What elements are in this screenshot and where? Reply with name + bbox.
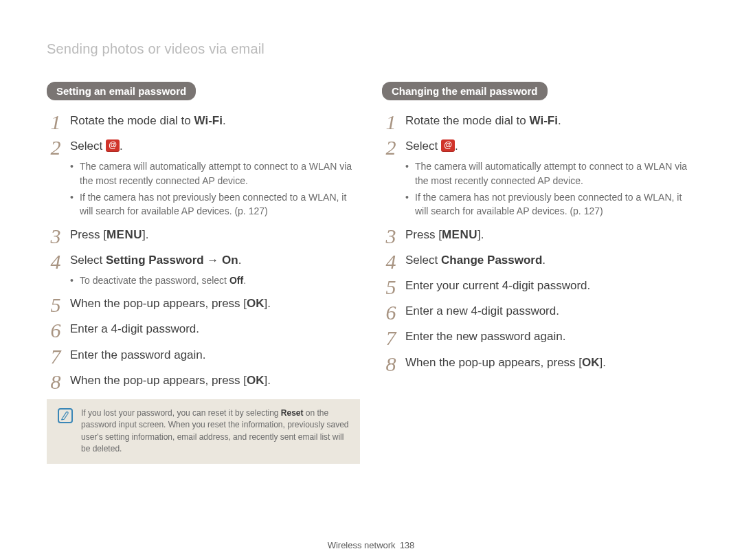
step-5: Enter your current 4-digit password. [382, 276, 695, 295]
wifi-label: Wi-Fi [530, 114, 558, 127]
step-text: . [120, 139, 123, 153]
step-1: Rotate the mode dial to Wi-Fi. [47, 111, 360, 130]
step-text: Select [70, 139, 106, 153]
sub-text: . [243, 275, 246, 286]
bold-label: Change Password [441, 254, 542, 267]
bold-label: Reset [281, 408, 304, 418]
left-column: Setting an email password Rotate the mod… [47, 82, 360, 464]
step-8: When the pop-up appears, press [OK]. [382, 353, 695, 372]
step-text: . [223, 114, 226, 127]
ok-label: OK [247, 374, 265, 387]
step-text: ]. [600, 356, 606, 369]
step-text: . [238, 254, 242, 267]
step-text: Select [405, 254, 441, 267]
sub-bullets: To deactivate the password, select Off. [70, 273, 360, 287]
step-4: Select Change Password. [382, 251, 695, 269]
step-2: Select . The camera will automatically a… [47, 137, 360, 218]
email-icon [106, 139, 120, 152]
sub-bullet: To deactivate the password, select Off. [70, 273, 360, 287]
step-text: Rotate the mode dial to [405, 114, 530, 127]
section-pill-changing: Changing the email password [382, 82, 548, 100]
note-span: If you lost your password, you can reset… [81, 408, 281, 418]
step-8: When the pop-up appears, press [OK]. [47, 371, 360, 390]
step-1: Rotate the mode dial to Wi-Fi. [382, 111, 695, 130]
page-number: 138 [400, 540, 415, 550]
step-text: . [455, 139, 458, 153]
page-title: Sending photos or videos via email [47, 41, 695, 57]
step-text: When the pop-up appears, press [ [70, 297, 247, 310]
content-columns: Setting an email password Rotate the mod… [47, 82, 695, 464]
wifi-label: Wi-Fi [194, 114, 223, 127]
step-text: When the pop-up appears, press [ [405, 356, 582, 369]
step-4: Select Setting Password → On. To deactiv… [47, 251, 360, 287]
sub-bullet: The camera will automatically attempt to… [405, 159, 695, 188]
sub-bullet: If the camera has not previously been co… [405, 190, 695, 219]
step-text: . [558, 114, 561, 127]
step-text: When the pop-up appears, press [ [70, 374, 247, 387]
sub-bullet: The camera will automatically attempt to… [70, 159, 360, 188]
menu-label: MENU [442, 228, 477, 241]
bold-label: Setting Password [106, 254, 204, 267]
note-box: If you lost your password, you can reset… [47, 399, 360, 464]
sub-text: To deactivate the password, select [80, 275, 229, 286]
step-7: Enter the password again. [47, 346, 360, 364]
step-6: Enter a new 4-digit password. [382, 302, 695, 320]
section-pill-setting: Setting an email password [47, 82, 196, 100]
sub-bullet: If the camera has not previously been co… [70, 190, 360, 219]
step-text: ]. [265, 297, 271, 310]
sub-bullets: The camera will automatically attempt to… [405, 159, 695, 218]
right-column: Changing the email password Rotate the m… [382, 82, 695, 464]
menu-label: MENU [106, 228, 142, 241]
step-text: Press [ [70, 228, 106, 241]
footer: Wireless network138 [0, 540, 742, 550]
step-text: ]. [265, 374, 271, 387]
steps-changing: Rotate the mode dial to Wi-Fi. Select . … [382, 111, 695, 372]
step-text: Select [405, 139, 441, 153]
step-text: Rotate the mode dial to [70, 114, 194, 127]
ok-label: OK [247, 297, 265, 310]
step-text: Select [70, 254, 106, 267]
steps-setting: Rotate the mode dial to Wi-Fi. Select . … [47, 111, 360, 390]
note-text: If you lost your password, you can reset… [81, 407, 349, 456]
step-text: . [542, 254, 546, 267]
step-2: Select . The camera will automatically a… [382, 137, 695, 218]
step-3: Press [MENU]. [47, 225, 360, 244]
step-6: Enter a 4-digit password. [47, 320, 360, 338]
footer-section: Wireless network [328, 540, 396, 550]
sub-bullets: The camera will automatically attempt to… [70, 159, 360, 218]
step-3: Press [MENU]. [382, 225, 695, 244]
note-icon [58, 408, 73, 423]
bold-label: Off [229, 275, 243, 286]
step-7: Enter the new password again. [382, 327, 695, 346]
arrow-icon: → [207, 254, 218, 267]
ok-label: OK [582, 356, 600, 369]
step-text: Press [ [405, 228, 442, 241]
step-text: ]. [477, 228, 484, 241]
step-5: When the pop-up appears, press [OK]. [47, 294, 360, 313]
step-text: ]. [142, 228, 148, 241]
email-icon [441, 139, 455, 152]
bold-label: On [222, 254, 238, 267]
